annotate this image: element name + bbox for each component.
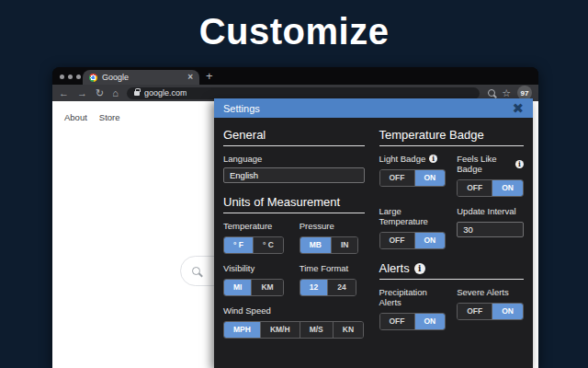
precipitation-alerts-toggle: OFF ON <box>379 313 447 330</box>
tab-strip: Google × + <box>52 67 538 85</box>
severe-off-button[interactable]: OFF <box>458 304 492 319</box>
severe-alerts-toggle: OFF ON <box>457 303 524 320</box>
wind-speed-group: MPH KM/H M/S KN <box>223 321 364 339</box>
new-tab-button[interactable]: + <box>206 69 213 83</box>
time-24-button[interactable]: 24 <box>327 280 355 295</box>
time-format-group: 12 24 <box>300 279 356 296</box>
temperature-f-button[interactable]: ° F <box>224 237 253 253</box>
settings-left-column: General Language English Units of Measur… <box>223 128 365 348</box>
store-link[interactable]: Store <box>99 112 120 122</box>
temperature-unit-group: ° F ° C <box>223 236 284 254</box>
units-heading: Units of Measurement <box>223 195 365 213</box>
settings-title: Settings <box>223 103 260 114</box>
visibility-mi-button[interactable]: MI <box>224 280 251 295</box>
about-link[interactable]: About <box>64 112 87 122</box>
wind-kn-button[interactable]: KN <box>333 322 363 338</box>
light-badge-toggle: OFF ON <box>379 169 447 187</box>
settings-right-column: Temperature Badge Light Badge i OFF ON <box>379 128 525 348</box>
reload-icon[interactable]: ↻ <box>96 88 104 98</box>
language-select[interactable]: English <box>223 167 365 183</box>
bookmark-star-icon[interactable]: ☆ <box>502 88 511 98</box>
info-icon[interactable]: i <box>515 160 524 168</box>
info-icon[interactable]: i <box>429 155 437 163</box>
browser-tab[interactable]: Google × <box>83 70 199 85</box>
pressure-unit-group: MB IN <box>300 236 359 254</box>
url-text[interactable]: google.com <box>144 88 187 98</box>
update-interval-input[interactable] <box>457 222 524 237</box>
temperature-c-button[interactable]: ° C <box>253 237 283 253</box>
page-title: Customize <box>0 11 588 52</box>
settings-header: Settings ✖ <box>214 98 533 118</box>
wind-speed-label: Wind Speed <box>223 305 365 316</box>
pressure-mb-button[interactable]: MB <box>300 237 331 253</box>
feels-like-on-button[interactable]: ON <box>492 180 523 196</box>
precipitation-alerts-label: Precipitation Alerts <box>379 287 447 307</box>
pressure-in-button[interactable]: IN <box>331 237 358 253</box>
wind-ms-button[interactable]: M/S <box>300 322 333 338</box>
search-icon <box>192 267 200 275</box>
time-12-button[interactable]: 12 <box>300 280 327 295</box>
alerts-heading: Alerts i <box>379 261 525 280</box>
feels-like-badge-label: Feels Like Badge <box>457 154 512 174</box>
wind-kmh-button[interactable]: KM/H <box>260 322 300 338</box>
update-interval-label: Update Interval <box>457 206 524 216</box>
pressure-label: Pressure <box>300 221 365 231</box>
large-temperature-label: Large Temperature <box>379 206 447 226</box>
precipitation-off-button[interactable]: OFF <box>380 314 414 329</box>
chrome-favicon-icon <box>89 74 97 82</box>
language-label: Language <box>223 154 365 164</box>
back-icon[interactable]: ← <box>59 88 69 98</box>
tab-close-icon[interactable]: × <box>187 73 193 82</box>
close-icon[interactable]: ✖ <box>512 101 524 115</box>
info-icon[interactable]: i <box>414 263 425 274</box>
large-temp-off-button[interactable]: OFF <box>380 233 414 248</box>
alerts-heading-text: Alerts <box>379 261 410 275</box>
severe-on-button[interactable]: ON <box>492 304 523 319</box>
browser-window: Google × + ← → ↻ ⌂ google.com ☆ 97 About… <box>52 67 538 368</box>
visibility-label: Visibility <box>223 263 288 273</box>
tab-title: Google <box>102 73 129 82</box>
home-icon[interactable]: ⌂ <box>112 88 119 98</box>
temperature-label: Temperature <box>223 221 288 231</box>
forward-icon[interactable]: → <box>77 88 87 98</box>
light-badge-label: Light Badge <box>379 154 426 164</box>
address-bar[interactable]: google.com <box>127 87 480 99</box>
time-format-label: Time Format <box>300 263 365 273</box>
feels-like-badge-toggle: OFF ON <box>457 179 524 197</box>
large-temp-on-button[interactable]: ON <box>414 233 446 248</box>
severe-alerts-label: Severe Alerts <box>457 287 524 297</box>
light-badge-off-button[interactable]: OFF <box>380 170 414 186</box>
feels-like-off-button[interactable]: OFF <box>458 180 492 196</box>
temperature-badge-heading: Temperature Badge <box>379 128 525 146</box>
settings-panel: Settings ✖ General Language English Unit… <box>214 98 533 368</box>
large-temperature-toggle: OFF ON <box>379 232 447 249</box>
visibility-km-button[interactable]: KM <box>251 280 282 295</box>
zoom-icon[interactable] <box>488 89 495 97</box>
light-badge-on-button[interactable]: ON <box>414 170 446 186</box>
wind-mph-button[interactable]: MPH <box>224 322 260 338</box>
window-controls[interactable] <box>60 75 81 79</box>
visibility-unit-group: MI KM <box>223 279 284 296</box>
lock-icon <box>134 91 140 96</box>
precipitation-on-button[interactable]: ON <box>414 314 446 329</box>
general-heading: General <box>223 128 365 146</box>
